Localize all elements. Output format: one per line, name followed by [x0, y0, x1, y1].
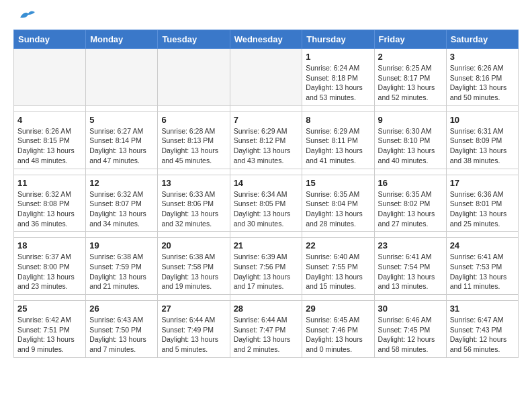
week-row-4: 18Sunrise: 6:37 AM Sunset: 8:00 PM Dayli… [14, 238, 519, 295]
week-separator [14, 232, 519, 238]
separator-cell [14, 105, 86, 111]
day-number: 30 [378, 304, 443, 314]
header [13, 11, 519, 23]
separator-cell [14, 232, 86, 238]
day-cell: 29Sunrise: 6:45 AM Sunset: 7:46 PM Dayli… [302, 301, 374, 358]
day-number: 1 [306, 52, 370, 62]
week-separator [14, 169, 519, 175]
day-info: Sunrise: 6:40 AM Sunset: 7:55 PM Dayligh… [306, 252, 370, 291]
day-cell: 4Sunrise: 6:26 AM Sunset: 8:15 PM Daylig… [14, 111, 86, 169]
day-number: 10 [450, 115, 515, 125]
day-number: 18 [17, 240, 82, 250]
day-cell: 21Sunrise: 6:39 AM Sunset: 7:56 PM Dayli… [230, 238, 302, 295]
separator-cell [158, 295, 230, 301]
logo-bird-icon [15, 8, 36, 23]
day-cell: 28Sunrise: 6:44 AM Sunset: 7:47 PM Dayli… [230, 301, 302, 358]
separator-cell [446, 105, 518, 111]
day-number: 31 [450, 304, 515, 314]
separator-cell [374, 295, 446, 301]
day-cell: 8Sunrise: 6:29 AM Sunset: 8:11 PM Daylig… [302, 111, 374, 169]
separator-cell [230, 169, 302, 175]
day-cell: 13Sunrise: 6:33 AM Sunset: 8:06 PM Dayli… [158, 175, 230, 232]
header-cell-wednesday: Wednesday [230, 30, 302, 49]
day-cell [14, 49, 86, 106]
day-number: 15 [306, 178, 370, 188]
day-cell [86, 49, 158, 106]
day-number: 20 [161, 240, 226, 250]
day-info: Sunrise: 6:33 AM Sunset: 8:06 PM Dayligh… [161, 189, 226, 229]
calendar-header: SundayMondayTuesdayWednesdayThursdayFrid… [14, 30, 519, 49]
day-number: 14 [234, 178, 299, 188]
week-separator [14, 105, 519, 111]
separator-cell [446, 232, 518, 238]
day-cell: 12Sunrise: 6:32 AM Sunset: 8:07 PM Dayli… [86, 175, 158, 232]
day-cell: 14Sunrise: 6:34 AM Sunset: 8:05 PM Dayli… [230, 175, 302, 232]
calendar-table: SundayMondayTuesdayWednesdayThursdayFrid… [13, 30, 519, 358]
header-row: SundayMondayTuesdayWednesdayThursdayFrid… [14, 30, 519, 49]
day-number: 9 [378, 115, 443, 125]
separator-cell [86, 169, 158, 175]
week-separator [14, 295, 519, 301]
day-number: 11 [17, 178, 82, 188]
separator-cell [86, 105, 158, 111]
day-info: Sunrise: 6:42 AM Sunset: 7:51 PM Dayligh… [17, 315, 82, 355]
separator-cell [86, 232, 158, 238]
day-number: 16 [378, 178, 443, 188]
separator-cell [302, 169, 374, 175]
header-cell-friday: Friday [374, 30, 446, 49]
day-number: 19 [89, 240, 154, 250]
day-cell: 20Sunrise: 6:38 AM Sunset: 7:58 PM Dayli… [158, 238, 230, 295]
day-cell: 7Sunrise: 6:29 AM Sunset: 8:12 PM Daylig… [230, 111, 302, 169]
day-cell: 18Sunrise: 6:37 AM Sunset: 8:00 PM Dayli… [14, 238, 86, 295]
day-info: Sunrise: 6:41 AM Sunset: 7:53 PM Dayligh… [450, 252, 515, 291]
day-cell: 25Sunrise: 6:42 AM Sunset: 7:51 PM Dayli… [14, 301, 86, 358]
day-cell: 1Sunrise: 6:24 AM Sunset: 8:18 PM Daylig… [302, 49, 374, 106]
week-row-1: 1Sunrise: 6:24 AM Sunset: 8:18 PM Daylig… [14, 49, 519, 106]
separator-cell [374, 232, 446, 238]
day-info: Sunrise: 6:46 AM Sunset: 7:45 PM Dayligh… [378, 315, 443, 355]
calendar-body: 1Sunrise: 6:24 AM Sunset: 8:18 PM Daylig… [14, 49, 519, 358]
separator-cell [302, 295, 374, 301]
day-info: Sunrise: 6:36 AM Sunset: 8:01 PM Dayligh… [450, 189, 515, 229]
day-cell: 22Sunrise: 6:40 AM Sunset: 7:55 PM Dayli… [302, 238, 374, 295]
day-number: 27 [161, 304, 226, 314]
day-cell: 26Sunrise: 6:43 AM Sunset: 7:50 PM Dayli… [86, 301, 158, 358]
day-info: Sunrise: 6:47 AM Sunset: 7:43 PM Dayligh… [450, 315, 515, 355]
separator-cell [374, 169, 446, 175]
day-cell: 11Sunrise: 6:32 AM Sunset: 8:08 PM Dayli… [14, 175, 86, 232]
day-info: Sunrise: 6:43 AM Sunset: 7:50 PM Dayligh… [89, 315, 154, 355]
day-number: 23 [378, 240, 443, 250]
day-number: 26 [89, 304, 154, 314]
day-cell: 19Sunrise: 6:38 AM Sunset: 7:59 PM Dayli… [86, 238, 158, 295]
day-cell: 24Sunrise: 6:41 AM Sunset: 7:53 PM Dayli… [446, 238, 518, 295]
day-cell: 27Sunrise: 6:44 AM Sunset: 7:49 PM Dayli… [158, 301, 230, 358]
day-info: Sunrise: 6:30 AM Sunset: 8:10 PM Dayligh… [378, 126, 443, 166]
day-cell: 31Sunrise: 6:47 AM Sunset: 7:43 PM Dayli… [446, 301, 518, 358]
day-cell: 2Sunrise: 6:25 AM Sunset: 8:17 PM Daylig… [374, 49, 446, 106]
day-number: 4 [17, 115, 82, 125]
day-info: Sunrise: 6:28 AM Sunset: 8:13 PM Dayligh… [161, 126, 226, 166]
day-cell: 3Sunrise: 6:26 AM Sunset: 8:16 PM Daylig… [446, 49, 518, 106]
day-number: 12 [89, 178, 154, 188]
day-info: Sunrise: 6:35 AM Sunset: 8:04 PM Dayligh… [306, 189, 370, 229]
day-cell: 15Sunrise: 6:35 AM Sunset: 8:04 PM Dayli… [302, 175, 374, 232]
day-number: 6 [161, 115, 226, 125]
separator-cell [158, 105, 230, 111]
day-info: Sunrise: 6:31 AM Sunset: 8:09 PM Dayligh… [450, 126, 515, 166]
day-number: 2 [378, 52, 443, 62]
day-number: 21 [234, 240, 299, 250]
day-cell [230, 49, 302, 106]
day-info: Sunrise: 6:44 AM Sunset: 7:49 PM Dayligh… [161, 315, 226, 355]
day-info: Sunrise: 6:29 AM Sunset: 8:11 PM Dayligh… [306, 126, 370, 166]
day-info: Sunrise: 6:38 AM Sunset: 7:58 PM Dayligh… [161, 252, 226, 291]
day-cell: 10Sunrise: 6:31 AM Sunset: 8:09 PM Dayli… [446, 111, 518, 169]
separator-cell [158, 232, 230, 238]
day-number: 5 [89, 115, 154, 125]
week-row-2: 4Sunrise: 6:26 AM Sunset: 8:15 PM Daylig… [14, 111, 519, 169]
day-info: Sunrise: 6:35 AM Sunset: 8:02 PM Dayligh… [378, 189, 443, 229]
day-number: 22 [306, 240, 370, 250]
day-cell: 30Sunrise: 6:46 AM Sunset: 7:45 PM Dayli… [374, 301, 446, 358]
day-number: 24 [450, 240, 515, 250]
day-cell: 16Sunrise: 6:35 AM Sunset: 8:02 PM Dayli… [374, 175, 446, 232]
separator-cell [14, 169, 86, 175]
